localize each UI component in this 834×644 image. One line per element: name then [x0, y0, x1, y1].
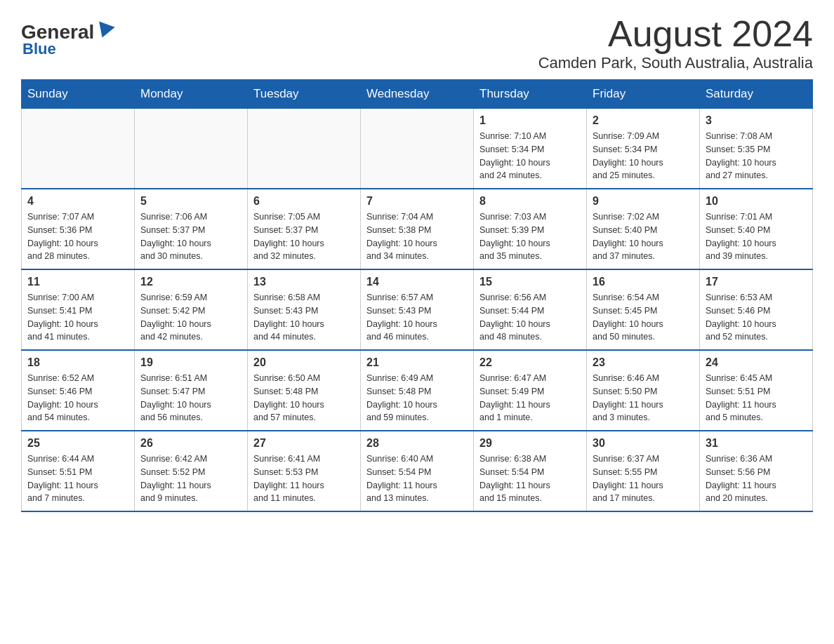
- day-info: Sunrise: 7:04 AMSunset: 5:38 PMDaylight:…: [366, 210, 468, 263]
- calendar-cell: 16Sunrise: 6:54 AMSunset: 5:45 PMDayligh…: [587, 269, 700, 350]
- calendar-cell: [361, 109, 474, 189]
- location-title: Camden Park, South Australia, Australia: [538, 54, 813, 72]
- day-info: Sunrise: 6:58 AMSunset: 5:43 PMDaylight:…: [253, 291, 355, 344]
- logo: General Blue: [21, 21, 113, 58]
- title-area: August 2024 Camden Park, South Australia…: [538, 14, 813, 72]
- calendar-week-row: 18Sunrise: 6:52 AMSunset: 5:46 PMDayligh…: [22, 350, 813, 431]
- day-info: Sunrise: 7:09 AMSunset: 5:34 PMDaylight:…: [593, 130, 694, 182]
- calendar-cell: 7Sunrise: 7:04 AMSunset: 5:38 PMDaylight…: [361, 189, 474, 269]
- day-info: Sunrise: 6:36 AMSunset: 5:56 PMDaylight:…: [706, 452, 807, 505]
- day-number: 5: [140, 195, 241, 208]
- day-info: Sunrise: 7:08 AMSunset: 5:35 PMDaylight:…: [706, 130, 807, 182]
- calendar-cell: [135, 109, 248, 189]
- day-number: 20: [253, 356, 355, 369]
- calendar-cell: 31Sunrise: 6:36 AMSunset: 5:56 PMDayligh…: [700, 431, 813, 511]
- day-info: Sunrise: 6:37 AMSunset: 5:55 PMDaylight:…: [593, 452, 694, 505]
- day-number: 4: [27, 195, 128, 208]
- day-info: Sunrise: 6:57 AMSunset: 5:43 PMDaylight:…: [366, 291, 468, 344]
- day-number: 30: [593, 437, 694, 450]
- calendar-cell: 6Sunrise: 7:05 AMSunset: 5:37 PMDaylight…: [248, 189, 361, 269]
- calendar-week-row: 1Sunrise: 7:10 AMSunset: 5:34 PMDaylight…: [22, 109, 813, 189]
- day-number: 28: [366, 437, 468, 450]
- weekday-header-saturday: Saturday: [700, 80, 813, 109]
- day-info: Sunrise: 6:50 AMSunset: 5:48 PMDaylight:…: [253, 372, 355, 424]
- calendar-cell: 2Sunrise: 7:09 AMSunset: 5:34 PMDaylight…: [587, 109, 700, 189]
- day-number: 18: [27, 356, 128, 369]
- day-number: 31: [706, 437, 807, 450]
- day-number: 15: [479, 276, 581, 288]
- calendar-cell: 21Sunrise: 6:49 AMSunset: 5:48 PMDayligh…: [361, 350, 474, 431]
- calendar-cell: 25Sunrise: 6:44 AMSunset: 5:51 PMDayligh…: [22, 431, 135, 511]
- day-number: 24: [706, 356, 807, 369]
- day-info: Sunrise: 6:41 AMSunset: 5:53 PMDaylight:…: [253, 452, 355, 505]
- calendar-cell: 24Sunrise: 6:45 AMSunset: 5:51 PMDayligh…: [700, 350, 813, 431]
- day-info: Sunrise: 6:56 AMSunset: 5:44 PMDaylight:…: [479, 291, 581, 344]
- day-info: Sunrise: 6:59 AMSunset: 5:42 PMDaylight:…: [140, 291, 241, 344]
- day-number: 25: [27, 437, 128, 450]
- weekday-header-tuesday: Tuesday: [248, 80, 361, 109]
- day-number: 17: [706, 276, 807, 288]
- weekday-header-sunday: Sunday: [22, 80, 135, 109]
- calendar-cell: 13Sunrise: 6:58 AMSunset: 5:43 PMDayligh…: [248, 269, 361, 350]
- day-number: 6: [253, 195, 355, 208]
- calendar-cell: 11Sunrise: 7:00 AMSunset: 5:41 PMDayligh…: [22, 269, 135, 350]
- calendar-cell: 18Sunrise: 6:52 AMSunset: 5:46 PMDayligh…: [22, 350, 135, 431]
- day-info: Sunrise: 6:44 AMSunset: 5:51 PMDaylight:…: [27, 452, 128, 505]
- calendar-cell: 23Sunrise: 6:46 AMSunset: 5:50 PMDayligh…: [587, 350, 700, 431]
- day-info: Sunrise: 6:53 AMSunset: 5:46 PMDaylight:…: [706, 291, 807, 344]
- day-number: 12: [140, 276, 241, 288]
- day-info: Sunrise: 6:42 AMSunset: 5:52 PMDaylight:…: [140, 452, 241, 505]
- day-info: Sunrise: 6:52 AMSunset: 5:46 PMDaylight:…: [27, 372, 128, 424]
- day-info: Sunrise: 6:47 AMSunset: 5:49 PMDaylight:…: [479, 372, 581, 424]
- day-info: Sunrise: 6:38 AMSunset: 5:54 PMDaylight:…: [479, 452, 581, 505]
- header: General Blue August 2024 Camden Park, So…: [21, 14, 813, 72]
- calendar-week-row: 25Sunrise: 6:44 AMSunset: 5:51 PMDayligh…: [22, 431, 813, 511]
- day-info: Sunrise: 7:05 AMSunset: 5:37 PMDaylight:…: [253, 210, 355, 263]
- weekday-header-wednesday: Wednesday: [361, 80, 474, 109]
- day-number: 7: [366, 195, 468, 208]
- day-info: Sunrise: 6:40 AMSunset: 5:54 PMDaylight:…: [366, 452, 468, 505]
- day-info: Sunrise: 7:00 AMSunset: 5:41 PMDaylight:…: [27, 291, 128, 344]
- day-number: 2: [593, 114, 694, 127]
- day-info: Sunrise: 7:10 AMSunset: 5:34 PMDaylight:…: [479, 130, 581, 182]
- calendar-cell: 27Sunrise: 6:41 AMSunset: 5:53 PMDayligh…: [248, 431, 361, 511]
- day-number: 9: [593, 195, 694, 208]
- day-info: Sunrise: 7:07 AMSunset: 5:36 PMDaylight:…: [27, 210, 128, 263]
- day-info: Sunrise: 6:46 AMSunset: 5:50 PMDaylight:…: [593, 372, 694, 424]
- day-number: 23: [593, 356, 694, 369]
- month-title: August 2024: [538, 14, 813, 54]
- calendar-cell: 14Sunrise: 6:57 AMSunset: 5:43 PMDayligh…: [361, 269, 474, 350]
- day-number: 26: [140, 437, 241, 450]
- weekday-header-monday: Monday: [135, 80, 248, 109]
- day-number: 21: [366, 356, 468, 369]
- day-number: 11: [27, 276, 128, 288]
- calendar-cell: 9Sunrise: 7:02 AMSunset: 5:40 PMDaylight…: [587, 189, 700, 269]
- calendar-cell: 29Sunrise: 6:38 AMSunset: 5:54 PMDayligh…: [474, 431, 587, 511]
- day-number: 10: [706, 195, 807, 208]
- calendar-cell: 30Sunrise: 6:37 AMSunset: 5:55 PMDayligh…: [587, 431, 700, 511]
- calendar-week-row: 11Sunrise: 7:00 AMSunset: 5:41 PMDayligh…: [22, 269, 813, 350]
- calendar-cell: [22, 109, 135, 189]
- day-number: 1: [479, 114, 581, 127]
- day-number: 29: [479, 437, 581, 450]
- calendar-cell: 28Sunrise: 6:40 AMSunset: 5:54 PMDayligh…: [361, 431, 474, 511]
- calendar-cell: 4Sunrise: 7:07 AMSunset: 5:36 PMDaylight…: [22, 189, 135, 269]
- day-number: 22: [479, 356, 581, 369]
- calendar-cell: 22Sunrise: 6:47 AMSunset: 5:49 PMDayligh…: [474, 350, 587, 431]
- calendar-cell: 8Sunrise: 7:03 AMSunset: 5:39 PMDaylight…: [474, 189, 587, 269]
- calendar-cell: 19Sunrise: 6:51 AMSunset: 5:47 PMDayligh…: [135, 350, 248, 431]
- calendar-cell: [248, 109, 361, 189]
- day-number: 19: [140, 356, 241, 369]
- calendar-cell: 12Sunrise: 6:59 AMSunset: 5:42 PMDayligh…: [135, 269, 248, 350]
- calendar-cell: 15Sunrise: 6:56 AMSunset: 5:44 PMDayligh…: [474, 269, 587, 350]
- day-info: Sunrise: 6:54 AMSunset: 5:45 PMDaylight:…: [593, 291, 694, 344]
- calendar-cell: 5Sunrise: 7:06 AMSunset: 5:37 PMDaylight…: [135, 189, 248, 269]
- day-info: Sunrise: 7:02 AMSunset: 5:40 PMDaylight:…: [593, 210, 694, 263]
- day-number: 13: [253, 276, 355, 288]
- calendar-cell: 17Sunrise: 6:53 AMSunset: 5:46 PMDayligh…: [700, 269, 813, 350]
- day-info: Sunrise: 6:51 AMSunset: 5:47 PMDaylight:…: [140, 372, 241, 424]
- day-info: Sunrise: 6:49 AMSunset: 5:48 PMDaylight:…: [366, 372, 468, 424]
- calendar-table: SundayMondayTuesdayWednesdayThursdayFrid…: [21, 79, 813, 512]
- day-info: Sunrise: 6:45 AMSunset: 5:51 PMDaylight:…: [706, 372, 807, 424]
- day-number: 16: [593, 276, 694, 288]
